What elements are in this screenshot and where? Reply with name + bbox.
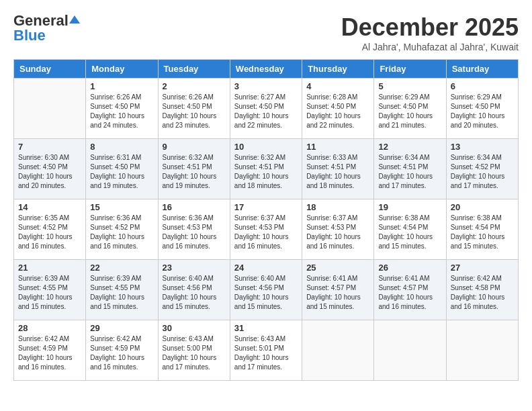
calendar-cell: 21Sunrise: 6:39 AMSunset: 4:55 PMDayligh… (14, 260, 86, 320)
calendar-table: SundayMondayTuesdayWednesdayThursdayFrid… (13, 59, 519, 381)
day-number: 18 (306, 202, 369, 212)
day-info: Sunrise: 6:36 AMSunset: 4:52 PMDaylight:… (90, 214, 153, 251)
day-info: Sunrise: 6:33 AMSunset: 4:51 PMDaylight:… (306, 153, 369, 191)
day-header-wednesday: Wednesday (230, 60, 302, 79)
day-info: Sunrise: 6:42 AMSunset: 4:59 PMDaylight:… (18, 334, 81, 372)
calendar-week-row: 7Sunrise: 6:30 AMSunset: 4:50 PMDaylight… (14, 139, 519, 199)
day-number: 23 (163, 263, 226, 273)
calendar-cell: 27Sunrise: 6:42 AMSunset: 4:58 PMDayligh… (446, 260, 518, 320)
day-header-saturday: Saturday (446, 60, 518, 79)
day-info: Sunrise: 6:38 AMSunset: 4:54 PMDaylight:… (378, 214, 441, 251)
calendar-cell: 10Sunrise: 6:32 AMSunset: 4:51 PMDayligh… (230, 139, 302, 199)
day-number: 12 (378, 142, 441, 152)
calendar-cell: 20Sunrise: 6:38 AMSunset: 4:54 PMDayligh… (446, 199, 518, 260)
day-number: 20 (451, 202, 514, 212)
calendar-header-row: SundayMondayTuesdayWednesdayThursdayFrid… (14, 60, 519, 79)
day-number: 21 (18, 263, 81, 273)
calendar-cell: 31Sunrise: 6:43 AMSunset: 5:01 PMDayligh… (230, 320, 302, 381)
calendar-cell: 1Sunrise: 6:26 AMSunset: 4:50 PMDaylight… (86, 79, 158, 139)
calendar-cell: 26Sunrise: 6:41 AMSunset: 4:57 PMDayligh… (374, 260, 446, 320)
day-info: Sunrise: 6:27 AMSunset: 4:50 PMDaylight:… (234, 93, 298, 130)
logo-blue-text: Blue (13, 28, 46, 43)
day-number: 24 (234, 263, 298, 273)
day-number: 30 (163, 323, 226, 333)
day-number: 28 (18, 323, 81, 333)
day-number: 29 (90, 323, 153, 333)
day-info: Sunrise: 6:41 AMSunset: 4:57 PMDaylight:… (306, 274, 369, 312)
logo-general-text: General (13, 13, 69, 28)
day-number: 1 (90, 81, 153, 91)
day-number: 10 (234, 142, 298, 152)
day-info: Sunrise: 6:26 AMSunset: 4:50 PMDaylight:… (163, 93, 226, 130)
calendar-cell: 2Sunrise: 6:26 AMSunset: 4:50 PMDaylight… (158, 79, 230, 139)
day-number: 5 (378, 81, 441, 91)
calendar-cell: 24Sunrise: 6:40 AMSunset: 4:56 PMDayligh… (230, 260, 302, 320)
calendar-cell: 16Sunrise: 6:36 AMSunset: 4:53 PMDayligh… (158, 199, 230, 260)
day-info: Sunrise: 6:39 AMSunset: 4:55 PMDaylight:… (18, 274, 81, 312)
day-info: Sunrise: 6:35 AMSunset: 4:52 PMDaylight:… (18, 214, 81, 251)
day-info: Sunrise: 6:28 AMSunset: 4:50 PMDaylight:… (306, 93, 369, 130)
location-subtitle: Al Jahra', Muhafazat al Jahra', Kuwait (341, 42, 519, 52)
calendar-cell: 17Sunrise: 6:37 AMSunset: 4:53 PMDayligh… (230, 199, 302, 260)
day-header-monday: Monday (86, 60, 158, 79)
day-number: 3 (234, 81, 298, 91)
svg-marker-0 (69, 15, 80, 24)
day-info: Sunrise: 6:34 AMSunset: 4:51 PMDaylight:… (378, 153, 441, 191)
logo-icon (69, 14, 80, 25)
calendar-cell: 6Sunrise: 6:29 AMSunset: 4:50 PMDaylight… (446, 79, 518, 139)
day-number: 15 (90, 202, 153, 212)
day-info: Sunrise: 6:42 AMSunset: 4:59 PMDaylight:… (90, 334, 153, 372)
calendar-cell: 12Sunrise: 6:34 AMSunset: 4:51 PMDayligh… (374, 139, 446, 199)
calendar-cell (446, 320, 518, 381)
day-info: Sunrise: 6:40 AMSunset: 4:56 PMDaylight:… (234, 274, 298, 312)
day-header-thursday: Thursday (302, 60, 374, 79)
calendar-cell (374, 320, 446, 381)
calendar-cell: 25Sunrise: 6:41 AMSunset: 4:57 PMDayligh… (302, 260, 374, 320)
calendar-cell: 30Sunrise: 6:43 AMSunset: 5:00 PMDayligh… (158, 320, 230, 381)
day-number: 7 (18, 142, 81, 152)
day-number: 2 (163, 81, 226, 91)
calendar-week-row: 28Sunrise: 6:42 AMSunset: 4:59 PMDayligh… (14, 320, 519, 381)
page-header: General Blue December 2025 Al Jahra', Mu… (13, 13, 519, 52)
calendar-cell: 5Sunrise: 6:29 AMSunset: 4:50 PMDaylight… (374, 79, 446, 139)
day-number: 9 (163, 142, 226, 152)
calendar-cell: 23Sunrise: 6:40 AMSunset: 4:56 PMDayligh… (158, 260, 230, 320)
logo: General Blue (13, 13, 80, 43)
day-info: Sunrise: 6:34 AMSunset: 4:52 PMDaylight:… (451, 153, 514, 191)
day-info: Sunrise: 6:41 AMSunset: 4:57 PMDaylight:… (378, 274, 441, 312)
month-title: December 2025 (341, 13, 519, 42)
calendar-cell (14, 79, 86, 139)
day-number: 22 (90, 263, 153, 273)
calendar-cell: 19Sunrise: 6:38 AMSunset: 4:54 PMDayligh… (374, 199, 446, 260)
day-info: Sunrise: 6:29 AMSunset: 4:50 PMDaylight:… (378, 93, 441, 130)
day-info: Sunrise: 6:30 AMSunset: 4:50 PMDaylight:… (18, 153, 81, 191)
day-info: Sunrise: 6:37 AMSunset: 4:53 PMDaylight:… (306, 214, 369, 251)
day-info: Sunrise: 6:32 AMSunset: 4:51 PMDaylight:… (163, 153, 226, 191)
day-number: 6 (451, 81, 514, 91)
day-header-sunday: Sunday (14, 60, 86, 79)
day-info: Sunrise: 6:42 AMSunset: 4:58 PMDaylight:… (451, 274, 514, 312)
day-number: 13 (451, 142, 514, 152)
day-info: Sunrise: 6:38 AMSunset: 4:54 PMDaylight:… (451, 214, 514, 251)
day-info: Sunrise: 6:29 AMSunset: 4:50 PMDaylight:… (451, 93, 514, 130)
day-number: 26 (378, 263, 441, 273)
calendar-cell: 22Sunrise: 6:39 AMSunset: 4:55 PMDayligh… (86, 260, 158, 320)
day-header-tuesday: Tuesday (158, 60, 230, 79)
calendar-cell: 9Sunrise: 6:32 AMSunset: 4:51 PMDaylight… (158, 139, 230, 199)
title-section: December 2025 Al Jahra', Muhafazat al Ja… (341, 13, 519, 52)
calendar-week-row: 21Sunrise: 6:39 AMSunset: 4:55 PMDayligh… (14, 260, 519, 320)
day-info: Sunrise: 6:32 AMSunset: 4:51 PMDaylight:… (234, 153, 298, 191)
day-number: 25 (306, 263, 369, 273)
calendar-cell: 3Sunrise: 6:27 AMSunset: 4:50 PMDaylight… (230, 79, 302, 139)
day-info: Sunrise: 6:26 AMSunset: 4:50 PMDaylight:… (90, 93, 153, 130)
day-number: 8 (90, 142, 153, 152)
day-info: Sunrise: 6:36 AMSunset: 4:53 PMDaylight:… (163, 214, 226, 251)
calendar-week-row: 14Sunrise: 6:35 AMSunset: 4:52 PMDayligh… (14, 199, 519, 260)
calendar-week-row: 1Sunrise: 6:26 AMSunset: 4:50 PMDaylight… (14, 79, 519, 139)
calendar-cell (302, 320, 374, 381)
day-number: 17 (234, 202, 298, 212)
day-number: 11 (306, 142, 369, 152)
day-number: 19 (378, 202, 441, 212)
day-number: 16 (163, 202, 226, 212)
calendar-cell: 18Sunrise: 6:37 AMSunset: 4:53 PMDayligh… (302, 199, 374, 260)
